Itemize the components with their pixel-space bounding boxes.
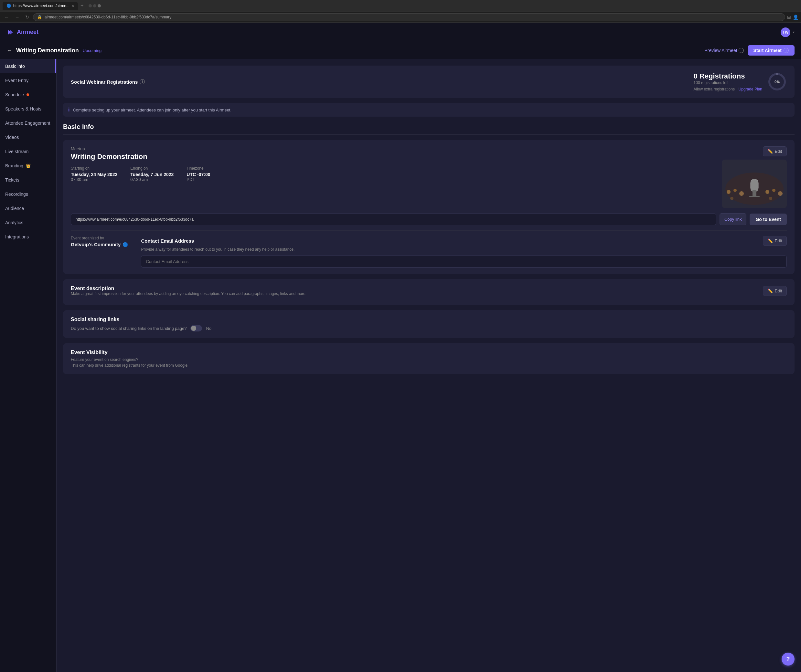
preview-info-icon[interactable]: i: [738, 48, 744, 53]
preview-airmeet-button[interactable]: Preview Airmeet i: [704, 48, 743, 53]
contact-email-edit-button[interactable]: ✏️ Edit: [763, 236, 787, 246]
social-sharing-toggle[interactable]: [190, 325, 202, 332]
go-to-event-button[interactable]: Go to Event: [750, 213, 787, 225]
event-title: Writing Demonstration: [16, 47, 79, 54]
main-content: Basic info Event Entry Schedule Speakers…: [0, 59, 801, 672]
help-button[interactable]: ?: [782, 653, 795, 666]
verified-icon: 🔵: [122, 242, 128, 247]
sidebar-item-speakers-hosts[interactable]: Speakers & Hosts: [0, 102, 56, 116]
active-tab[interactable]: 🔵 https://www.airmeet.com/airme... ✕: [3, 2, 78, 10]
organizer-name: Getvoip's Community 🔵: [71, 242, 128, 247]
sidebar-item-label: Videos: [5, 135, 19, 140]
starting-label: Starting on: [71, 166, 117, 171]
svg-point-9: [727, 190, 730, 194]
desc-header: Event description Make a great first imp…: [71, 285, 787, 296]
back-button[interactable]: ←: [3, 14, 11, 20]
event-visibility-card: Event Visibility Feature your event on s…: [63, 343, 795, 374]
organizer-section: Event organized by Getvoip's Community 🔵: [71, 236, 128, 247]
start-info-icon[interactable]: i: [783, 48, 789, 53]
sidebar-item-branding[interactable]: Branding 👑: [0, 159, 56, 173]
upgrade-plan-link[interactable]: Upgrade Plan: [738, 87, 762, 91]
timezone-label: Timezone: [187, 166, 210, 171]
sidebar-item-schedule[interactable]: Schedule: [0, 88, 56, 102]
basic-info-edit-button[interactable]: ✏️ Edit: [763, 146, 787, 156]
tab-close-icon[interactable]: ✕: [71, 4, 74, 8]
user-avatar[interactable]: TW: [781, 27, 790, 37]
event-url-input[interactable]: [71, 213, 716, 225]
sidebar-item-recordings[interactable]: Recordings: [0, 187, 56, 201]
preview-label: Preview Airmeet: [704, 48, 737, 53]
tab-title: https://www.airmeet.com/airme...: [13, 3, 69, 8]
sidebar: Basic info Event Entry Schedule Speakers…: [0, 59, 56, 672]
sidebar-item-audience[interactable]: Audience: [0, 201, 56, 215]
social-question: Do you want to show social sharing links…: [71, 326, 187, 331]
starting-col: Starting on Tuesday, 24 May 2022 07:30 a…: [71, 166, 117, 182]
logo: Airmeet: [6, 29, 39, 36]
sidebar-item-label: Event Entry: [5, 78, 29, 83]
pencil-icon-3: ✏️: [768, 289, 773, 293]
sidebar-item-integrations[interactable]: Integrations: [0, 230, 56, 244]
svg-point-14: [778, 191, 783, 196]
card-right: ✏️ Edit: [716, 146, 787, 208]
page-content: Social Webinar Registrations i 0 Registr…: [56, 59, 801, 672]
social-sharing-card: Social sharing links Do you want to show…: [63, 310, 795, 338]
sidebar-item-label: Speakers & Hosts: [5, 106, 41, 111]
toggle-knob: [191, 326, 196, 331]
basic-info-section-title: Basic Info: [63, 123, 795, 135]
organizer-row: Event organized by Getvoip's Community 🔵…: [71, 236, 787, 268]
logo-icon: [6, 29, 14, 36]
extensions-button[interactable]: ⊞: [787, 14, 791, 20]
timezone-val: UTC -07:00: [187, 172, 210, 177]
svg-point-10: [733, 189, 737, 192]
chevron-down-icon[interactable]: ▾: [793, 30, 795, 34]
url-row: Copy link Go to Event: [71, 213, 787, 225]
back-to-events-button[interactable]: ←: [6, 47, 12, 54]
start-label: Start Airmeet: [753, 48, 782, 53]
allow-extra-label: Allow extra registrations: [694, 87, 735, 91]
card-left: Meetup Writing Demonstration Starting on…: [71, 146, 716, 184]
app-header: Airmeet TW ▾: [0, 22, 801, 42]
reload-button[interactable]: ↻: [23, 14, 31, 20]
registration-count: 0 Registrations: [694, 72, 762, 80]
registration-counts: 0 Registrations 100 registrations left A…: [694, 72, 762, 91]
pencil-icon: ✏️: [768, 149, 773, 154]
divider-1: [71, 230, 787, 231]
start-airmeet-button[interactable]: Start Airmeet i: [748, 45, 795, 56]
nav-actions: ⊞ 👤: [787, 14, 798, 20]
visibility-title: Event Visibility: [71, 350, 787, 355]
social-toggle-value: No: [206, 326, 211, 331]
contact-email-title-text: Contact Email Address: [141, 238, 194, 244]
sidebar-item-tickets[interactable]: Tickets: [0, 173, 56, 187]
description-edit-button[interactable]: ✏️ Edit: [763, 286, 787, 296]
svg-point-16: [769, 197, 772, 200]
date-row: Starting on Tuesday, 24 May 2022 07:30 a…: [71, 166, 716, 182]
event-header: ← Writing Demonstration Upcoming Preview…: [0, 42, 801, 59]
copy-link-button[interactable]: Copy link: [719, 213, 746, 225]
schedule-badge: [26, 93, 29, 96]
header-right: TW ▾: [781, 27, 795, 37]
profile-button[interactable]: 👤: [793, 14, 798, 20]
branding-crown-icon: 👑: [26, 164, 31, 168]
contact-edit-label: Edit: [775, 239, 782, 243]
contact-email-input[interactable]: [141, 255, 787, 268]
visibility-subtitle: Feature your event on search engines?: [71, 357, 787, 362]
basic-info-card: Meetup Writing Demonstration Starting on…: [63, 140, 795, 274]
sidebar-item-videos[interactable]: Videos: [0, 130, 56, 144]
forward-button[interactable]: →: [13, 14, 21, 20]
registration-allow-row: Allow extra registrations Upgrade Plan: [694, 86, 762, 91]
sidebar-item-event-entry[interactable]: Event Entry: [0, 73, 56, 88]
timezone-col: Timezone UTC -07:00 PDT: [187, 166, 210, 182]
address-bar[interactable]: 🔒 airmeet.com/airmeets/c6842530-db6d-11e…: [33, 13, 785, 21]
ending-time: 07:30 am: [130, 177, 174, 182]
sidebar-item-label: Tickets: [5, 177, 19, 183]
sidebar-item-basic-info[interactable]: Basic info: [0, 59, 56, 73]
svg-rect-6: [751, 179, 758, 192]
new-tab-button[interactable]: +: [79, 3, 85, 9]
ending-col: Ending on Tuesday, 7 Jun 2022 07:30 am: [130, 166, 174, 182]
svg-point-15: [730, 197, 733, 200]
desc-subtitle: Make a great first impression for your a…: [71, 292, 306, 296]
registration-info-icon[interactable]: i: [140, 79, 145, 84]
sidebar-item-live-stream[interactable]: Live stream: [0, 144, 56, 159]
sidebar-item-attendee-engagement[interactable]: Attendee Engagement: [0, 116, 56, 130]
sidebar-item-analytics[interactable]: Analytics: [0, 215, 56, 230]
